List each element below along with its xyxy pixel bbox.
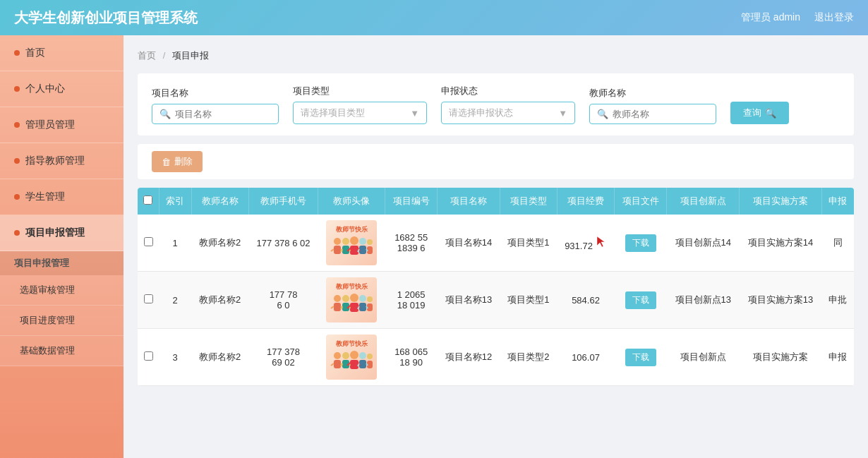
dot-icon: [14, 50, 20, 56]
cell-project-fee: 106.07: [557, 329, 614, 386]
admin-label: 管理员 admin: [741, 11, 800, 24]
cell-index: 2: [159, 272, 191, 329]
filter-apply-status-group: 申报状态 请选择申报状态 ▼: [441, 85, 575, 124]
query-button[interactable]: 查询 🔍: [730, 102, 789, 124]
search-icon: 🔍: [597, 109, 608, 119]
header-apply-status: 申报: [821, 188, 854, 215]
svg-point-4: [350, 236, 358, 245]
cell-project-innovation: 项目创新点: [667, 329, 740, 386]
svg-point-0: [334, 238, 341, 245]
download-button[interactable]: 下载: [625, 291, 656, 309]
project-type-placeholder: 请选择项目类型: [301, 107, 365, 119]
cell-index: 1: [159, 215, 191, 272]
cell-teacher-phone: 177 378 69 02: [248, 329, 318, 386]
sidebar: 首页 个人中心 管理员管理 指导教师管理 学生管理 项目申报管理 项目申报管理 …: [0, 35, 123, 458]
apply-status-select[interactable]: 请选择申报状态 ▼: [441, 102, 575, 124]
cell-project-plan: 项目实施方案: [740, 329, 822, 386]
cell-teacher-name: 教师名称2: [191, 215, 248, 272]
sidebar-item-teacher-mgmt[interactable]: 指导教师管理: [0, 143, 123, 179]
header-checkbox-cell: [138, 188, 159, 215]
header-index: 索引: [159, 188, 191, 215]
svg-point-44: [367, 354, 373, 359]
cell-project-name: 项目名称14: [438, 215, 500, 272]
cell-project-type: 项目类型1: [500, 215, 557, 272]
row-checkbox[interactable]: [144, 237, 153, 246]
dot-icon: [14, 230, 20, 236]
svg-point-20: [342, 295, 349, 302]
apply-status-placeholder: 请选择申报状态: [449, 107, 513, 119]
dot-icon: [14, 158, 20, 164]
cell-project-innovation: 项目创新点14: [667, 215, 740, 272]
project-name-label: 项目名称: [152, 87, 279, 100]
project-type-label: 项目类型: [293, 85, 427, 97]
filter-teacher-name-group: 教师名称 🔍: [589, 87, 716, 124]
header-project-file: 项目文件: [615, 188, 667, 215]
header-right: 管理员 admin 退出登录: [741, 11, 854, 24]
svg-point-40: [350, 351, 358, 359]
header-project-type: 项目类型: [500, 188, 557, 215]
header-project-plan: 项目实施方案: [740, 188, 822, 215]
project-type-select[interactable]: 请选择项目类型 ▼: [293, 102, 427, 124]
cell-project-file: 下载: [615, 272, 667, 329]
sidebar-item-student-label: 学生管理: [25, 191, 65, 203]
dot-icon: [14, 86, 20, 92]
sidebar-item-admin-label: 管理员管理: [25, 119, 75, 131]
delete-button[interactable]: 🗑 删除: [152, 151, 203, 172]
svg-point-2: [342, 238, 349, 245]
svg-point-42: [359, 352, 366, 359]
header-teacher-phone: 教师手机号: [248, 188, 318, 215]
main-content: 首页 / 项目申报 项目名称 🔍 项目类型 请选择项目类: [123, 35, 868, 458]
row-checkbox[interactable]: [144, 294, 153, 303]
sidebar-item-admin-mgmt[interactable]: 管理员管理: [0, 107, 123, 143]
table-container: 索引 教师名称 教师手机号 教师头像 项目编号 项目名称 项目类型 项目经费 项…: [138, 188, 854, 386]
teacher-name-input[interactable]: [613, 109, 709, 119]
svg-rect-41: [350, 360, 358, 369]
sidebar-sub-basic-data[interactable]: 基础数据管理: [0, 336, 123, 366]
sidebar-sub-project-progress[interactable]: 项目进度管理: [0, 306, 123, 336]
sidebar-item-home[interactable]: 首页: [0, 35, 123, 71]
breadcrumb-current: 项目申报: [172, 50, 209, 61]
cell-apply-status: 同: [821, 215, 854, 272]
filter-area: 项目名称 🔍 项目类型 请选择项目类型 ▼ 申报状态: [138, 73, 854, 135]
svg-rect-23: [350, 303, 358, 312]
download-button[interactable]: 下载: [625, 234, 656, 252]
search-icon: 🔍: [765, 108, 776, 119]
sidebar-sub-selection-review[interactable]: 选题审核管理: [0, 275, 123, 306]
dot-icon: [14, 194, 20, 200]
cell-project-file: 下载: [615, 215, 667, 272]
sidebar-item-home-label: 首页: [25, 47, 45, 59]
svg-rect-19: [334, 303, 341, 311]
project-name-input-wrapper: 🔍: [152, 104, 279, 124]
sidebar-item-project-mgmt[interactable]: 项目申报管理: [0, 215, 123, 251]
svg-point-8: [367, 239, 373, 245]
sidebar-item-personal-label: 个人中心: [25, 83, 65, 95]
cell-teacher-name: 教师名称2: [191, 329, 248, 386]
header-project-name: 项目名称: [438, 188, 500, 215]
sidebar-section-label: 项目申报管理: [0, 251, 123, 275]
logout-button[interactable]: 退出登录: [814, 11, 854, 24]
cell-teacher-img: 教师节快乐: [318, 329, 385, 386]
header: 大学生创新创业项目管理系统 管理员 admin 退出登录: [0, 0, 868, 35]
cell-project-innovation: 项目创新点13: [667, 272, 740, 329]
svg-point-24: [359, 295, 366, 302]
table-row: 2教师名称2177 78 6 0 教师节快乐: [138, 272, 854, 329]
select-all-checkbox[interactable]: [143, 195, 152, 205]
search-icon: 🔍: [159, 109, 171, 119]
sidebar-item-personal[interactable]: 个人中心: [0, 71, 123, 107]
header-teacher-name: 教师名称: [191, 188, 248, 215]
sidebar-item-student-mgmt[interactable]: 学生管理: [0, 179, 123, 215]
download-button[interactable]: 下载: [625, 349, 656, 366]
app-title: 大学生创新创业项目管理系统: [14, 8, 198, 28]
chevron-down-icon: ▼: [410, 108, 419, 119]
filter-row: 项目名称 🔍 项目类型 请选择项目类型 ▼ 申报状态: [152, 85, 840, 124]
row-checkbox[interactable]: [144, 351, 153, 361]
cell-project-name: 项目名称13: [438, 272, 500, 329]
filter-project-type-group: 项目类型 请选择项目类型 ▼: [293, 85, 427, 124]
header-teacher-img: 教师头像: [318, 188, 385, 215]
svg-point-18: [334, 295, 341, 302]
cell-teacher-name: 教师名称2: [191, 272, 248, 329]
svg-point-6: [359, 238, 366, 245]
sidebar-sub-selection-label: 选题审核管理: [20, 284, 75, 296]
project-name-input[interactable]: [175, 109, 271, 119]
svg-rect-37: [334, 360, 341, 368]
